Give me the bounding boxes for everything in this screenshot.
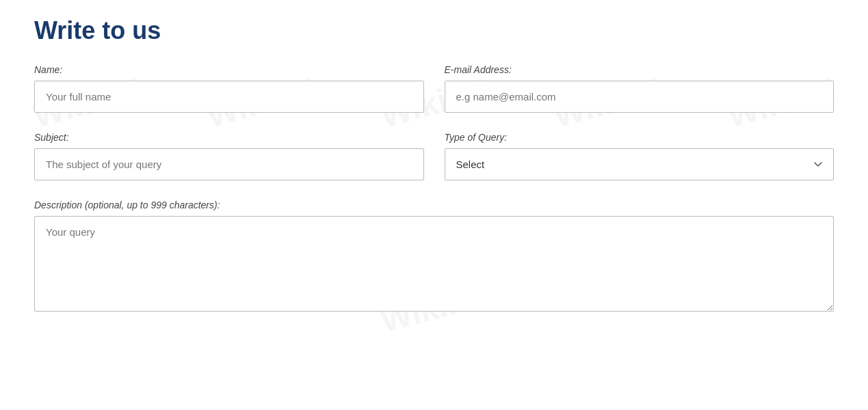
subject-query-row: Subject: Type of Query: Select <box>34 132 834 180</box>
query-type-label: Type of Query: <box>445 132 834 143</box>
page-title: Write to us <box>34 16 834 45</box>
subject-group: Subject: <box>34 132 424 180</box>
name-input[interactable] <box>34 81 424 113</box>
email-label: E-mail Address: <box>445 64 834 75</box>
name-email-row: Name: E-mail Address: <box>34 64 834 113</box>
subject-label: Subject: <box>34 132 424 143</box>
description-label: Description (optional, up to 999 charact… <box>34 200 834 210</box>
contact-form-container: Write to us Name: E-mail Address: Subjec… <box>34 16 834 312</box>
description-textarea[interactable] <box>34 216 834 312</box>
name-label: Name: <box>34 64 424 75</box>
name-group: Name: <box>34 64 424 113</box>
email-group: E-mail Address: <box>445 64 834 113</box>
query-type-group: Type of Query: Select <box>445 132 834 180</box>
email-input[interactable] <box>445 81 834 113</box>
description-group: Description (optional, up to 999 charact… <box>34 200 834 312</box>
subject-input[interactable] <box>34 148 424 180</box>
query-type-select[interactable]: Select <box>445 148 834 180</box>
